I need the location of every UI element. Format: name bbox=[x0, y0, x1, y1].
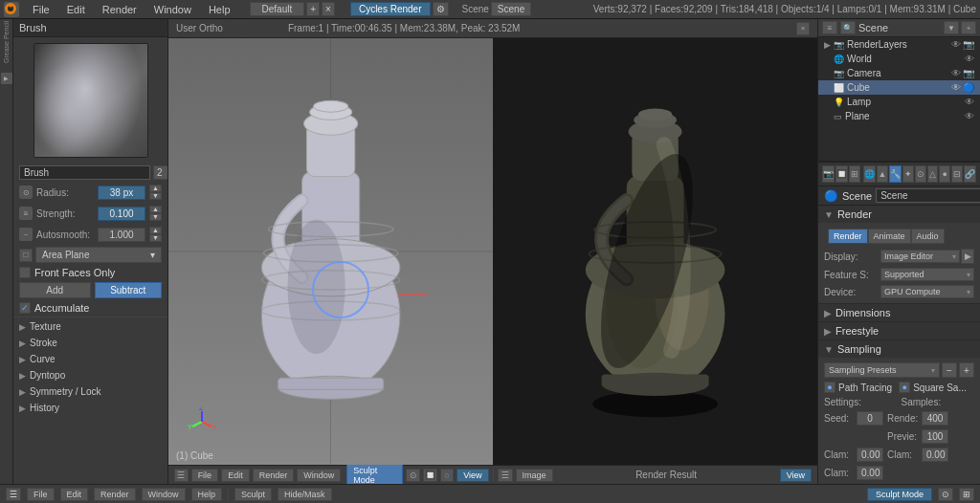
radius-arrows[interactable]: ▲ ▼ bbox=[149, 185, 162, 200]
autosmooth-arrows[interactable]: ▲ ▼ bbox=[149, 227, 162, 242]
sampling-minus-btn[interactable]: − bbox=[942, 362, 957, 378]
sculpt-mode-btn[interactable]: Sculpt Mode bbox=[346, 464, 403, 485]
brush-preview[interactable] bbox=[33, 43, 148, 158]
sculpt-btn[interactable]: Edit bbox=[221, 469, 250, 482]
brush-num-field[interactable] bbox=[153, 165, 168, 180]
strength-down[interactable]: ▼ bbox=[149, 213, 162, 221]
render-tab-render[interactable]: Render bbox=[828, 229, 868, 244]
view-label-btn[interactable]: View bbox=[457, 469, 488, 482]
image-btn[interactable]: Image bbox=[516, 469, 553, 482]
clamp1-field[interactable]: 0.00 bbox=[857, 448, 883, 462]
renderlayers-render-btn[interactable]: 📷 bbox=[963, 39, 974, 50]
autosmooth-up[interactable]: ▲ bbox=[149, 227, 162, 234]
prop-layers-icon[interactable]: ⊞ bbox=[849, 165, 860, 183]
render-section-header[interactable]: ▼ Render bbox=[818, 206, 980, 223]
world-vis-btn[interactable]: 👁 bbox=[965, 54, 974, 64]
brush-name-field[interactable] bbox=[19, 165, 150, 180]
render-view-btn[interactable]: View bbox=[780, 469, 812, 482]
render-menu-icon[interactable]: ☰ bbox=[498, 469, 513, 482]
bottom-window-btn[interactable]: Window bbox=[142, 488, 186, 501]
display-arrow-btn[interactable]: ▶ bbox=[961, 249, 974, 264]
renderlayers-vis-btn[interactable]: 👁 bbox=[951, 39, 961, 50]
prop-physics-icon[interactable]: ⊙ bbox=[915, 165, 926, 183]
blender-icon[interactable] bbox=[4, 2, 19, 17]
prop-render-icon[interactable]: 🔲 bbox=[835, 165, 848, 183]
seed-field[interactable]: 0 bbox=[857, 411, 883, 426]
section-symmetry-lock[interactable]: ▶ Symmetry / Lock bbox=[13, 383, 167, 400]
section-texture[interactable]: ▶ Texture bbox=[13, 318, 167, 335]
outliner-filter-icon[interactable]: ▼ bbox=[944, 21, 959, 34]
bottom-file-btn[interactable]: File bbox=[27, 488, 55, 501]
engine-selector[interactable]: Cycles Render bbox=[350, 2, 431, 16]
bottom-menu-icon[interactable]: ☰ bbox=[6, 488, 21, 501]
prop-particles-icon[interactable]: ✦ bbox=[902, 165, 914, 183]
section-history[interactable]: ▶ History bbox=[13, 400, 167, 416]
square-sa-checkbox[interactable]: ● bbox=[899, 382, 910, 393]
path-tracing-checkbox[interactable]: ● bbox=[824, 382, 835, 393]
lamp-vis-btn[interactable]: 👁 bbox=[965, 97, 974, 107]
device-select-btn[interactable]: GPU Compute ▾ bbox=[880, 285, 974, 298]
bottom-hide-btn[interactable]: Hide/Mask bbox=[278, 488, 332, 501]
prop-scene-icon[interactable]: 📷 bbox=[822, 165, 835, 183]
preview-field[interactable]: 100 bbox=[922, 429, 948, 444]
menu-file[interactable]: File bbox=[29, 4, 54, 15]
menu-window[interactable]: Window bbox=[150, 4, 195, 15]
screen-remove[interactable]: × bbox=[322, 2, 335, 16]
screen-selector[interactable]: Default bbox=[250, 2, 305, 16]
autosmooth-field[interactable]: 1.000 bbox=[98, 228, 145, 242]
scene-prop-name-field[interactable] bbox=[876, 188, 980, 203]
add-button[interactable]: Add bbox=[19, 282, 91, 298]
outliner-item-plane[interactable]: ▶ ▭ Plane 👁 bbox=[818, 109, 980, 123]
display-select-btn[interactable]: Image Editor ▾ bbox=[880, 250, 960, 263]
sampling-header[interactable]: ▼ Sampling bbox=[818, 340, 980, 358]
left-viewport[interactable]: X Y Z (1) Cube bbox=[168, 38, 493, 465]
strength-field[interactable]: 0.100 bbox=[98, 207, 145, 221]
hide-mask-btn[interactable]: Window bbox=[297, 469, 341, 482]
vp-menu-icon[interactable]: ☰ bbox=[174, 469, 189, 482]
cube-render-btn[interactable]: 🔵 bbox=[963, 82, 974, 93]
menu-edit[interactable]: Edit bbox=[63, 4, 89, 15]
menu-help[interactable]: Help bbox=[205, 4, 234, 15]
outliner-item-camera[interactable]: ▶ 📷 Camera 👁 📷 bbox=[818, 66, 980, 80]
clamp2-field[interactable]: 0.00 bbox=[857, 466, 883, 480]
viewport-pivot-btn[interactable]: ⊙ bbox=[406, 469, 420, 482]
outliner-item-lamp[interactable]: ▶ 💡 Lamp 👁 bbox=[818, 95, 980, 109]
camera-render-btn[interactable]: 📷 bbox=[963, 68, 974, 78]
bottom-render-btn[interactable]: Render bbox=[94, 488, 136, 501]
subtract-button[interactable]: Subtract bbox=[95, 282, 163, 298]
camera-vis-btn[interactable]: 👁 bbox=[951, 68, 961, 78]
viewport-snap-btn[interactable]: 🔲 bbox=[423, 469, 437, 482]
outliner-add-icon[interactable]: + bbox=[961, 21, 976, 34]
area-plane-select[interactable]: Area Plane▾ bbox=[35, 247, 162, 263]
scene-name-field[interactable]: Scene bbox=[491, 2, 531, 16]
section-curve[interactable]: ▶ Curve bbox=[13, 351, 167, 367]
radius-up[interactable]: ▲ bbox=[149, 185, 162, 192]
clamp1-right-field[interactable]: 0.00 bbox=[922, 448, 948, 462]
render-tab-animate[interactable]: Animate bbox=[868, 229, 911, 244]
cube-vis-btn[interactable]: 👁 bbox=[951, 82, 961, 93]
prop-texture-icon[interactable]: ⊟ bbox=[951, 165, 963, 183]
section-dyntopo[interactable]: ▶ Dyntopo bbox=[13, 367, 167, 383]
outliner-item-world[interactable]: ▶ 🌐 World 👁 bbox=[818, 52, 980, 66]
sculpt-mode-bottom-btn[interactable]: Sculpt Mode bbox=[867, 488, 932, 501]
strength-arrows[interactable]: ▲ ▼ bbox=[149, 206, 162, 221]
render-tab-audio[interactable]: Audio bbox=[911, 229, 945, 244]
outliner-item-renderlayers[interactable]: ▶ 📷 RenderLayers 👁 📷 bbox=[818, 37, 980, 52]
right-viewport[interactable] bbox=[493, 38, 817, 465]
freestyle-header[interactable]: ▶ Freestyle bbox=[818, 322, 980, 339]
prop-modifier-icon[interactable]: 🔧 bbox=[889, 165, 902, 183]
front-faces-checkbox[interactable] bbox=[19, 267, 31, 278]
prop-obj-icon[interactable]: ▲ bbox=[877, 165, 888, 183]
bottom-edit-btn[interactable]: Edit bbox=[60, 488, 89, 501]
prop-world-icon[interactable]: 🌐 bbox=[863, 165, 876, 183]
accumulate-checkbox[interactable]: ✓ bbox=[19, 302, 31, 314]
plane-vis-btn[interactable]: 👁 bbox=[965, 111, 974, 121]
prop-constraints-icon[interactable]: 🔗 bbox=[964, 165, 976, 183]
strength-up[interactable]: ▲ bbox=[149, 206, 162, 213]
brush-btn[interactable]: Render bbox=[253, 469, 295, 482]
prop-data-icon[interactable]: △ bbox=[927, 165, 939, 183]
render-samples-field[interactable]: 400 bbox=[922, 411, 948, 426]
screen-add[interactable]: + bbox=[306, 2, 320, 16]
autosmooth-down[interactable]: ▼ bbox=[149, 234, 162, 242]
sampling-plus-btn[interactable]: + bbox=[959, 362, 974, 378]
